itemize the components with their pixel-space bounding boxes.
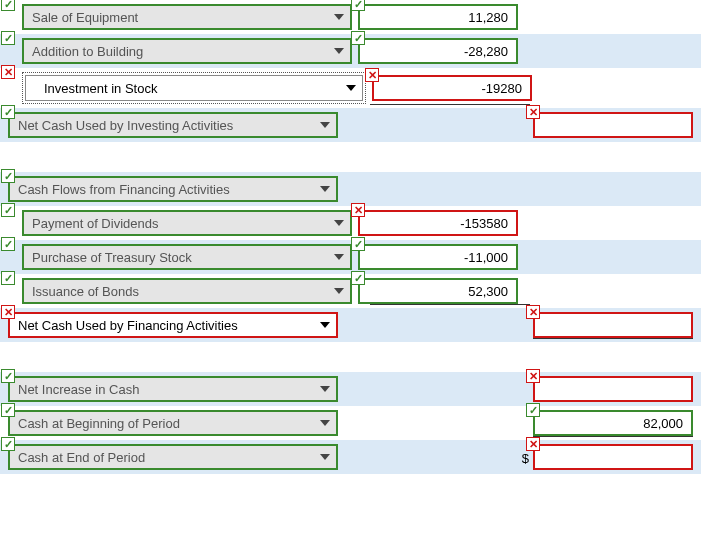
dropdown-label: Purchase of Treasury Stock [32,250,192,265]
check-icon [1,203,15,217]
input-issuance-bonds-value[interactable]: 52,300 [358,278,518,304]
spacer [0,142,701,172]
dropdown-net-increase[interactable]: Net Increase in Cash [8,376,338,402]
input-sale-equipment-value[interactable]: 11,280 [358,4,518,30]
check-icon [1,237,15,251]
input-investment-stock-value[interactable]: -19280 [372,75,532,101]
row-net-investing: Net Cash Used by Investing Activities [0,108,701,142]
dropdown-cash-end[interactable]: Cash at End of Period [8,444,338,470]
row-addition-building: Addition to Building -28,280 [0,34,701,68]
x-icon [351,203,365,217]
value-text: 82,000 [643,416,683,431]
row-net-increase: Net Increase in Cash [0,372,701,406]
chevron-down-icon [334,254,344,260]
value-text: 11,280 [468,10,508,25]
value-text: -28,280 [464,44,508,59]
dropdown-label: Cash at End of Period [18,450,145,465]
check-icon [1,271,15,285]
dropdown-addition-building[interactable]: Addition to Building [22,38,352,64]
row-sale-equipment: Sale of Equipment 11,280 [0,0,701,34]
row-investment-stock: Investment in Stock -19280 [0,68,701,108]
chevron-down-icon [346,85,356,91]
chevron-down-icon [320,186,330,192]
chevron-down-icon [320,386,330,392]
x-icon [526,305,540,319]
check-icon [1,169,15,183]
check-icon [1,31,15,45]
dropdown-cash-beginning[interactable]: Cash at Beginning of Period [8,410,338,436]
check-icon [351,0,365,11]
chevron-down-icon [320,322,330,328]
check-icon [1,403,15,417]
dropdown-label: Cash at Beginning of Period [18,416,180,431]
x-icon [1,305,15,319]
dropdown-payment-dividends[interactable]: Payment of Dividends [22,210,352,236]
row-cash-beginning: Cash at Beginning of Period 82,000 [0,406,701,440]
dropdown-label: Addition to Building [32,44,143,59]
check-icon [351,237,365,251]
check-icon [526,403,540,417]
input-net-investing-value[interactable] [533,112,693,138]
row-issuance-bonds: Issuance of Bonds 52,300 [0,274,701,308]
spacer [0,342,701,372]
x-icon [526,437,540,451]
input-net-increase-value[interactable] [533,376,693,402]
chevron-down-icon [334,48,344,54]
chevron-down-icon [334,220,344,226]
dropdown-label: Cash Flows from Financing Activities [18,182,230,197]
chevron-down-icon [320,454,330,460]
dropdown-label: Investment in Stock [44,81,157,96]
row-payment-dividends: Payment of Dividends -153580 [0,206,701,240]
x-icon [1,65,15,79]
x-icon [365,68,379,82]
check-icon [351,31,365,45]
input-net-financing-value[interactable] [533,312,693,338]
row-net-financing: Net Cash Used by Financing Activities [0,308,701,342]
value-text: -19280 [482,81,522,96]
input-cash-end-value[interactable] [533,444,693,470]
value-text: -153580 [460,216,508,231]
value-text: 52,300 [468,284,508,299]
dropdown-label: Sale of Equipment [32,10,138,25]
dropdown-investment-stock[interactable]: Investment in Stock [25,75,363,101]
dropdown-sale-equipment[interactable]: Sale of Equipment [22,4,352,30]
check-icon [1,105,15,119]
chevron-down-icon [320,122,330,128]
x-icon [526,369,540,383]
input-cash-beginning-value[interactable]: 82,000 [533,410,693,436]
dropdown-label: Issuance of Bonds [32,284,139,299]
check-icon [1,0,15,11]
value-text: -11,000 [464,250,508,265]
dropdown-label: Net Increase in Cash [18,382,139,397]
chevron-down-icon [320,420,330,426]
dropdown-financing-header[interactable]: Cash Flows from Financing Activities [8,176,338,202]
chevron-down-icon [334,288,344,294]
dropdown-label: Net Cash Used by Financing Activities [18,318,238,333]
dropdown-label: Net Cash Used by Investing Activities [18,118,233,133]
dropdown-issuance-bonds[interactable]: Issuance of Bonds [22,278,352,304]
row-treasury-stock: Purchase of Treasury Stock -11,000 [0,240,701,274]
dropdown-label: Payment of Dividends [32,216,158,231]
dropdown-net-investing[interactable]: Net Cash Used by Investing Activities [8,112,338,138]
chevron-down-icon [334,14,344,20]
x-icon [526,105,540,119]
dollar-sign: $ [522,451,529,466]
dropdown-treasury-stock[interactable]: Purchase of Treasury Stock [22,244,352,270]
check-icon [1,437,15,451]
input-payment-dividends-value[interactable]: -153580 [358,210,518,236]
row-financing-header: Cash Flows from Financing Activities [0,172,701,206]
input-treasury-stock-value[interactable]: -11,000 [358,244,518,270]
dropdown-net-financing[interactable]: Net Cash Used by Financing Activities [8,312,338,338]
input-addition-building-value[interactable]: -28,280 [358,38,518,64]
row-cash-end: Cash at End of Period $ [0,440,701,474]
check-icon [351,271,365,285]
check-icon [1,369,15,383]
